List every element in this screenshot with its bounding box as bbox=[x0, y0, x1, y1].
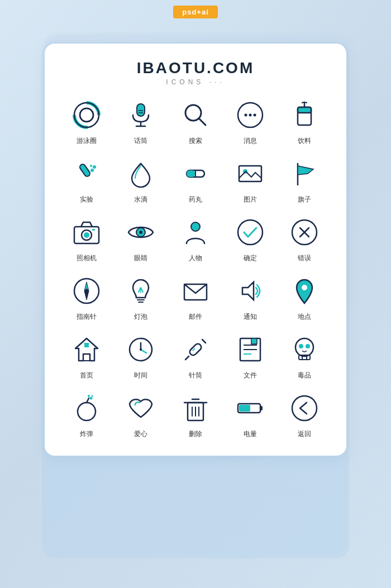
icon-item-home: 首页 bbox=[61, 332, 112, 380]
svg-point-3 bbox=[80, 108, 93, 122]
icon-item-microphone: 话筒 bbox=[116, 97, 166, 146]
svg-rect-23 bbox=[187, 170, 196, 177]
file-label: 文件 bbox=[244, 371, 257, 380]
icon-item-flag: 旗子 bbox=[279, 156, 330, 204]
icon-item-notification: 通知 bbox=[225, 273, 275, 322]
svg-point-70 bbox=[78, 403, 96, 420]
svg-point-74 bbox=[91, 395, 93, 397]
drink-icon bbox=[287, 97, 322, 133]
svg-line-10 bbox=[199, 118, 206, 125]
svg-rect-49 bbox=[83, 354, 90, 361]
compass-label: 指南针 bbox=[77, 312, 97, 322]
icon-item-pill: 药丸 bbox=[170, 156, 221, 204]
syringe-icon bbox=[178, 332, 213, 367]
icon-item-heart: 爱心 bbox=[116, 390, 166, 439]
card-header: IBAOTU.COM ICONS ··· bbox=[61, 59, 330, 86]
format-badge: psd+ai bbox=[173, 6, 218, 18]
water-drop-icon bbox=[123, 156, 159, 192]
icon-item-compass: 指南针 bbox=[61, 273, 112, 322]
notification-icon bbox=[232, 273, 268, 309]
flag-label: 旗子 bbox=[298, 195, 311, 204]
camera-icon bbox=[69, 214, 104, 250]
search-label: 搜索 bbox=[189, 136, 202, 146]
svg-marker-48 bbox=[75, 338, 98, 361]
lightbulb-icon bbox=[123, 273, 159, 309]
eye-icon bbox=[123, 214, 159, 250]
message-label: 消息 bbox=[244, 136, 257, 146]
person-label: 人物 bbox=[189, 254, 202, 263]
image-label: 图片 bbox=[244, 195, 257, 204]
svg-point-21 bbox=[90, 165, 92, 167]
time-label: 时间 bbox=[134, 371, 147, 380]
pill-label: 药丸 bbox=[189, 195, 202, 204]
icons-grid: 游泳圈 话筒 bbox=[61, 97, 330, 439]
svg-point-2 bbox=[74, 103, 99, 127]
home-label: 首页 bbox=[80, 371, 93, 380]
icon-item-search: 搜索 bbox=[170, 97, 221, 146]
icon-item-syringe: 针筒 bbox=[170, 332, 221, 380]
svg-point-12 bbox=[244, 114, 247, 117]
icon-item-error: 错误 bbox=[279, 214, 330, 263]
icon-item-delete: 删除 bbox=[170, 390, 221, 439]
icon-item-image: 图片 bbox=[225, 156, 275, 204]
site-title: IBAOTU.COM bbox=[61, 59, 330, 77]
delete-label: 删除 bbox=[189, 429, 202, 439]
site-subtitle: ICONS ··· bbox=[61, 78, 330, 86]
svg-point-20 bbox=[93, 165, 96, 169]
icon-item-poison: 毒品 bbox=[279, 332, 330, 380]
svg-point-64 bbox=[295, 338, 313, 356]
icon-item-bomb: 炸弹 bbox=[61, 390, 112, 439]
icon-item-location: 地点 bbox=[279, 273, 330, 322]
icon-item-person: 人物 bbox=[170, 214, 221, 263]
file-icon bbox=[232, 332, 268, 367]
icon-item-back: 返回 bbox=[279, 390, 330, 439]
swim-ring-label: 游泳圈 bbox=[77, 136, 97, 146]
svg-point-73 bbox=[88, 395, 90, 397]
svg-point-30 bbox=[84, 232, 89, 238]
error-label: 错误 bbox=[298, 254, 311, 263]
confirm-icon bbox=[232, 214, 268, 250]
poison-icon bbox=[287, 332, 322, 367]
svg-marker-46 bbox=[242, 282, 254, 300]
error-icon bbox=[287, 214, 322, 250]
svg-point-72 bbox=[89, 397, 92, 400]
svg-point-47 bbox=[302, 285, 307, 290]
svg-rect-4 bbox=[137, 104, 145, 116]
icon-item-mail: 邮件 bbox=[170, 273, 221, 322]
svg-point-54 bbox=[140, 348, 142, 351]
confirm-label: 确定 bbox=[244, 254, 257, 263]
icon-item-message: 消息 bbox=[225, 97, 275, 146]
location-label: 地点 bbox=[298, 312, 311, 322]
svg-line-57 bbox=[185, 356, 189, 360]
experiment-label: 实验 bbox=[80, 195, 93, 204]
svg-line-58 bbox=[193, 348, 195, 351]
battery-label: 电量 bbox=[244, 429, 257, 439]
svg-point-13 bbox=[249, 114, 251, 117]
message-icon bbox=[232, 97, 268, 133]
search-icon bbox=[178, 97, 213, 133]
svg-point-33 bbox=[139, 231, 142, 234]
svg-rect-83 bbox=[239, 405, 250, 412]
svg-point-34 bbox=[191, 222, 200, 231]
heart-icon bbox=[123, 390, 159, 426]
svg-rect-16 bbox=[298, 107, 311, 113]
icon-item-confirm: 确定 bbox=[225, 214, 275, 263]
svg-rect-50 bbox=[84, 343, 89, 347]
svg-rect-18 bbox=[79, 163, 91, 177]
microphone-label: 话筒 bbox=[134, 136, 147, 146]
icon-item-experiment: 实验 bbox=[61, 156, 112, 204]
heart-label: 爱心 bbox=[134, 429, 147, 439]
bomb-label: 炸弹 bbox=[80, 429, 93, 439]
person-icon bbox=[178, 214, 213, 250]
poison-label: 毒品 bbox=[298, 371, 311, 380]
camera-label: 照相机 bbox=[77, 254, 97, 263]
swim-ring-icon bbox=[69, 97, 104, 133]
water-drop-label: 水滴 bbox=[134, 195, 147, 204]
main-card: IBAOTU.COM ICONS ··· 游泳圈 bbox=[45, 44, 346, 456]
battery-icon bbox=[232, 390, 268, 426]
eye-label: 眼睛 bbox=[134, 254, 147, 263]
icon-item-eye: 眼睛 bbox=[116, 214, 166, 263]
delete-icon bbox=[178, 390, 213, 426]
back-icon bbox=[287, 390, 322, 426]
icon-item-lightbulb: 灯泡 bbox=[116, 273, 166, 322]
